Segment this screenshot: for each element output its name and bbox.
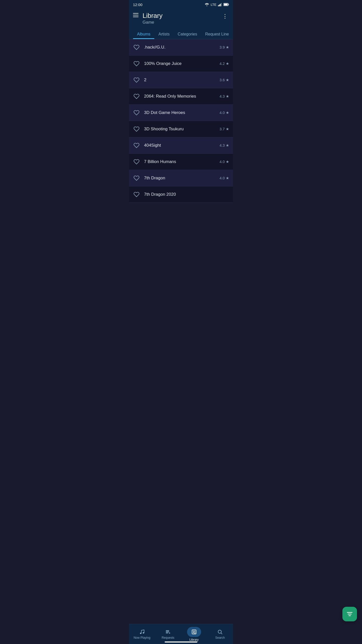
heart-icon (133, 175, 140, 181)
heart-icon (133, 159, 140, 165)
favorite-button[interactable] (133, 126, 140, 133)
favorite-button[interactable] (133, 175, 140, 182)
header-title-block: Library Game (143, 12, 162, 25)
heart-icon (133, 93, 140, 99)
wifi-icon (205, 3, 209, 6)
svg-rect-2 (219, 5, 220, 6)
album-name: 7 Billion Humans (144, 159, 219, 164)
star-icon: ★ (226, 78, 229, 82)
album-list: .hack//G.U.3.9 ★ 100% Orange Juice4.2 ★ … (129, 39, 233, 223)
heart-icon (133, 44, 140, 50)
favorite-button[interactable] (133, 142, 140, 149)
album-name: 404Sight (144, 143, 219, 148)
favorite-button[interactable] (133, 158, 140, 165)
header: Library Game ⋮ (129, 9, 233, 29)
list-item[interactable]: 100% Orange Juice4.2 ★ (129, 56, 233, 72)
battery-icon (223, 3, 229, 6)
album-rating: 4.2 ★ (219, 61, 229, 66)
page-title: Library (143, 12, 162, 19)
favorite-button[interactable] (133, 191, 140, 198)
album-name: 7th Dragon 2020 (144, 192, 229, 197)
album-rating: 4.0 ★ (219, 176, 229, 180)
more-options-button[interactable]: ⋮ (221, 12, 229, 21)
star-icon: ★ (226, 127, 229, 131)
list-item[interactable]: .hack//G.U.3.9 ★ (129, 39, 233, 56)
favorite-button[interactable] (133, 44, 140, 51)
album-name: .hack//G.U. (144, 45, 219, 50)
heart-icon (133, 142, 140, 148)
signal-icon (218, 3, 222, 6)
heart-icon (133, 126, 140, 132)
album-rating: 3.6 ★ (219, 78, 229, 82)
album-rating: 4.3 ★ (219, 143, 229, 148)
star-icon: ★ (226, 159, 229, 164)
svg-rect-1 (218, 5, 219, 6)
favorite-button[interactable] (133, 76, 140, 84)
album-rating: 4.0 ★ (219, 159, 229, 164)
tab-request-line[interactable]: Request Line (201, 29, 233, 39)
album-rating: 4.0 ★ (219, 110, 229, 115)
heart-icon (133, 110, 140, 116)
status-bar: 12:00 LTE (129, 0, 233, 9)
album-name: 2 (144, 77, 219, 83)
svg-rect-7 (224, 4, 228, 6)
star-icon: ★ (226, 143, 229, 148)
svg-rect-6 (229, 4, 229, 5)
star-icon: ★ (226, 61, 229, 66)
list-item[interactable]: 7th Dragon 2020 (129, 186, 233, 203)
page-subtitle: Game (143, 20, 162, 25)
heart-icon (133, 191, 140, 197)
album-name: 7th Dragon (144, 176, 219, 181)
list-item[interactable]: 3D Shooting Tsukuru3.7 ★ (129, 121, 233, 137)
list-item[interactable]: 23.6 ★ (129, 72, 233, 88)
favorite-button[interactable] (133, 93, 140, 100)
album-name: 100% Orange Juice (144, 61, 219, 66)
list-item[interactable]: 7 Billion Humans4.0 ★ (129, 154, 233, 170)
star-icon: ★ (226, 176, 229, 180)
list-item[interactable]: 3D Dot Game Heroes4.0 ★ (129, 105, 233, 121)
album-name: 3D Shooting Tsukuru (144, 127, 219, 132)
list-item[interactable]: 404Sight4.3 ★ (129, 137, 233, 154)
album-name: 2064: Read Only Memories (144, 94, 219, 99)
heart-icon (133, 77, 140, 83)
tab-artists[interactable]: Artists (154, 29, 173, 39)
svg-rect-4 (221, 3, 222, 6)
star-icon: ★ (226, 45, 229, 50)
status-time: 12:00 (133, 3, 143, 7)
svg-rect-3 (220, 4, 221, 6)
header-left: Library Game (133, 12, 162, 25)
album-rating: 4.3 ★ (219, 94, 229, 99)
album-name: 3D Dot Game Heroes (144, 110, 219, 115)
album-rating: 3.9 ★ (219, 45, 229, 50)
tab-bar: Albums Artists Categories Request Line (129, 29, 233, 39)
favorite-button[interactable] (133, 109, 140, 116)
tab-categories[interactable]: Categories (174, 29, 201, 39)
status-icons: LTE (205, 3, 229, 7)
svg-point-0 (207, 6, 207, 6)
album-rating: 3.7 ★ (219, 127, 229, 131)
tab-albums[interactable]: Albums (133, 29, 154, 39)
lte-label: LTE (211, 3, 216, 7)
favorite-button[interactable] (133, 60, 140, 67)
list-item[interactable]: 7th Dragon4.0 ★ (129, 170, 233, 186)
menu-button[interactable] (133, 13, 139, 17)
list-item[interactable]: 2064: Read Only Memories4.3 ★ (129, 88, 233, 105)
star-icon: ★ (226, 110, 229, 115)
star-icon: ★ (226, 94, 229, 99)
heart-icon (133, 61, 140, 67)
